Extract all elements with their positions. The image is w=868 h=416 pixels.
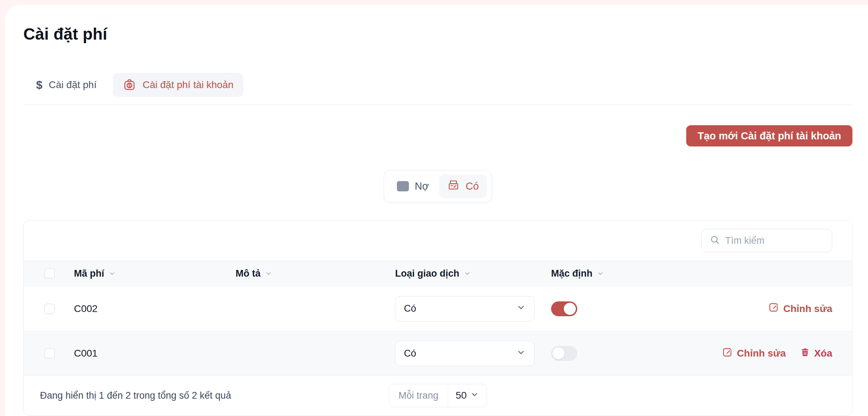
edit-icon [768, 302, 779, 315]
column-label: Mô tả [236, 268, 261, 279]
transaction-type-switcher: Nợ Có [384, 170, 492, 202]
credit-icon [447, 179, 460, 194]
money-bag-icon: $ [123, 78, 136, 92]
per-page-value: 50 [456, 390, 467, 401]
column-label: Loại giao dịch [395, 268, 459, 279]
delete-button[interactable]: Xóa [800, 347, 832, 360]
column-label: Mã phí [74, 268, 104, 279]
per-page-label: Mỗi trang [389, 384, 448, 407]
toggle-knob [564, 303, 576, 315]
tab-label: Cài đặt phí [49, 79, 97, 91]
edit-icon [722, 347, 733, 360]
type-option-label: Nợ [415, 180, 429, 192]
table-search-row [24, 220, 852, 261]
chevron-down-icon [516, 303, 526, 314]
transaction-type-switcher-wrap: Nợ Có [23, 170, 852, 202]
edit-button[interactable]: Chỉnh sửa [768, 302, 832, 315]
divider [23, 105, 852, 105]
row-checkbox[interactable] [44, 348, 55, 359]
edit-label: Chỉnh sửa [737, 348, 786, 359]
table-header-row: Mã phí Mô tả Loại giao dịch Mặc định [24, 261, 852, 286]
tab-bar: $ Cài đặt phí $ Cài đặt phí tài khoản [23, 73, 852, 97]
fee-code: C002 [74, 303, 236, 314]
column-header-mo-ta[interactable]: Mô tả [236, 268, 395, 279]
toolbar: Tạo mới Cài đặt phí tài khoản [23, 125, 852, 146]
column-header-ma-phi[interactable]: Mã phí [74, 268, 236, 279]
toggle-knob [552, 347, 565, 359]
dollar-icon: $ [36, 79, 42, 92]
table-row: C002 Có [24, 286, 852, 331]
svg-text:$: $ [128, 83, 131, 88]
transaction-type-select[interactable]: Có [395, 296, 534, 322]
per-page-control: Mỗi trang 50 [389, 384, 487, 407]
transaction-type-select[interactable]: Có [395, 341, 534, 366]
page-title: Cài đặt phí [23, 25, 852, 43]
chevron-down-icon [597, 270, 604, 277]
tab-cai-dat-phi-tai-khoan[interactable]: $ Cài đặt phí tài khoản [113, 73, 243, 97]
trash-icon [800, 347, 810, 360]
chevron-down-icon [265, 270, 272, 277]
create-fee-setting-button[interactable]: Tạo mới Cài đặt phí tài khoản [686, 125, 852, 146]
edit-label: Chỉnh sửa [783, 303, 832, 314]
column-header-loai-giao-dich[interactable]: Loại giao dịch [395, 268, 551, 279]
row-checkbox[interactable] [44, 304, 55, 314]
chevron-down-icon [470, 390, 479, 401]
delete-label: Xóa [814, 348, 832, 359]
debit-icon [397, 181, 409, 191]
search-input[interactable] [725, 235, 824, 246]
chevron-down-icon [464, 270, 471, 277]
type-option-debit[interactable]: Nợ [389, 176, 436, 196]
chevron-down-icon [109, 270, 116, 277]
fee-code: C001 [74, 348, 236, 359]
edit-button[interactable]: Chỉnh sửa [722, 347, 786, 360]
default-toggle[interactable] [551, 346, 577, 361]
default-toggle[interactable] [551, 301, 577, 316]
tab-label: Cài đặt phí tài khoản [143, 79, 233, 91]
results-summary: Đang hiển thị 1 đến 2 trong tổng số 2 kế… [40, 390, 231, 401]
table-footer: Đang hiển thị 1 đến 2 trong tổng số 2 kế… [24, 375, 852, 415]
table-row: C001 Có [24, 331, 852, 375]
chevron-down-icon [516, 348, 526, 359]
column-label: Mặc định [551, 268, 592, 279]
content-card: Cài đặt phí $ Cài đặt phí $ Cài đặt phí … [5, 5, 868, 416]
column-header-mac-dinh[interactable]: Mặc định [551, 268, 832, 279]
select-all-checkbox[interactable] [44, 268, 55, 279]
fee-settings-table: Mã phí Mô tả Loại giao dịch Mặc định [23, 220, 852, 416]
select-value: Có [404, 303, 416, 314]
type-option-label: Có [465, 180, 479, 192]
per-page-select[interactable]: 50 [448, 384, 486, 407]
search-icon [710, 235, 720, 247]
type-option-credit[interactable]: Có [439, 174, 486, 198]
search-box [701, 229, 832, 252]
tab-cai-dat-phi[interactable]: $ Cài đặt phí [36, 79, 97, 92]
select-value: Có [404, 348, 416, 359]
